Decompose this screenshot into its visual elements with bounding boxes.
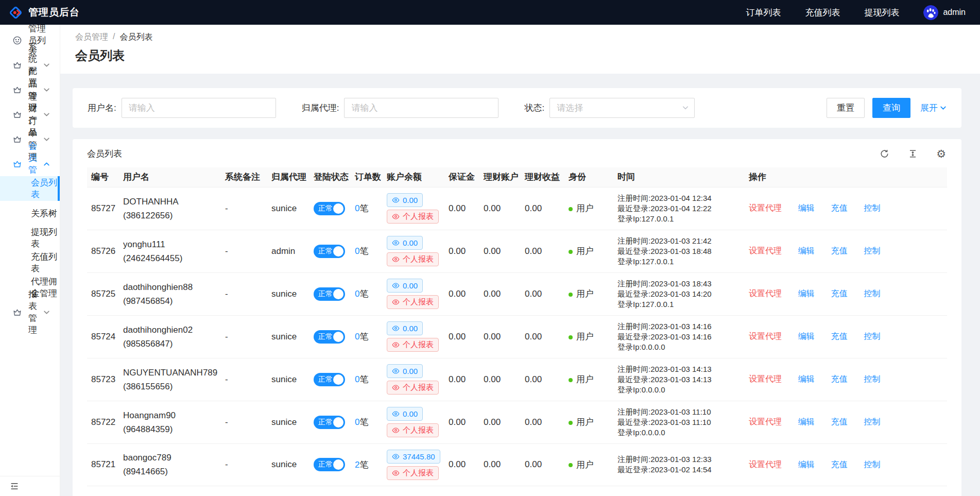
recharge-link[interactable]: 充值 — [831, 374, 847, 383]
login-status-toggle[interactable]: 正常 — [314, 373, 345, 386]
edit-link[interactable]: 编辑 — [798, 289, 815, 298]
nav-link-recharge-list[interactable]: 充值列表 — [805, 7, 840, 19]
set-agent-link[interactable]: 设置代理 — [749, 332, 782, 340]
chevron-down-icon — [940, 105, 947, 111]
personal-report-badge[interactable]: 个人报表 — [387, 381, 439, 395]
login-status-toggle[interactable]: 正常 — [314, 330, 345, 344]
edit-link[interactable]: 编辑 — [798, 460, 815, 469]
recharge-link[interactable]: 充值 — [831, 203, 847, 212]
control-link[interactable]: 控制 — [864, 460, 880, 469]
nav-link-withdraw-list[interactable]: 提现列表 — [864, 7, 899, 19]
navbar-right: 订单列表 充值列表 提现列表 admin — [721, 5, 966, 20]
table-row: 85721 baongoc789 (89414665) - sunice 正常 … — [87, 443, 947, 486]
set-agent-link[interactable]: 设置代理 — [749, 374, 782, 383]
crown-icon — [12, 159, 22, 169]
cell-deposit: 0.00 — [444, 358, 479, 401]
cell-actions: 设置代理 编辑 充值 控制 — [745, 272, 947, 315]
cell-balance: 0.00 个人报表 — [383, 187, 444, 230]
set-agent-link[interactable]: 设置代理 — [749, 246, 782, 255]
eye-icon — [392, 196, 400, 204]
cell-actions: 设置代理 编辑 充值 控制 — [745, 230, 947, 272]
sidebar-subitem-agent-commission[interactable]: 代理佣金管理 — [0, 275, 60, 300]
sidebar-subitem-member-list[interactable]: 会员列表 — [0, 176, 60, 201]
settings-gear-icon[interactable]: ⚙ — [936, 149, 946, 159]
control-link[interactable]: 控制 — [864, 417, 880, 426]
breadcrumb-parent[interactable]: 会员管理 — [75, 32, 108, 43]
sidebar-item-report-manage[interactable]: 报表管理 — [0, 300, 60, 324]
control-link[interactable]: 控制 — [864, 246, 880, 255]
set-agent-link[interactable]: 设置代理 — [749, 417, 782, 426]
cell-identity: 用户 — [564, 187, 613, 230]
cell-login-status: 正常 — [310, 272, 351, 315]
chevron-down-icon — [43, 87, 50, 93]
edit-link[interactable]: 编辑 — [798, 417, 815, 426]
cell-login-status: 正常 — [310, 315, 351, 358]
personal-report-badge[interactable]: 个人报表 — [387, 423, 439, 437]
balance-badge[interactable]: 0.00 — [387, 193, 423, 207]
personal-report-badge[interactable]: 个人报表 — [387, 338, 439, 352]
set-agent-link[interactable]: 设置代理 — [749, 289, 782, 298]
recharge-link[interactable]: 充值 — [831, 289, 847, 298]
crown-icon — [12, 110, 22, 119]
agent-filter-input[interactable] — [344, 98, 498, 118]
expand-link[interactable]: 展开 — [920, 102, 947, 114]
balance-badge[interactable]: 0.00 — [387, 407, 423, 421]
personal-report-badge[interactable]: 个人报表 — [387, 210, 439, 224]
personal-report-badge[interactable]: 个人报表 — [387, 466, 439, 480]
sidebar-subitem-relation-tree[interactable]: 关系树 — [0, 201, 60, 226]
user-menu[interactable]: admin — [923, 5, 966, 20]
cell-actions: 设置代理 编辑 充值 控制 — [745, 443, 947, 486]
cell-login-status: 正常 — [310, 358, 351, 401]
sidebar-subitem-withdraw-list[interactable]: 提现列表 — [0, 226, 60, 250]
personal-report-badge[interactable]: 个人报表 — [387, 295, 439, 309]
status-filter-select[interactable] — [549, 98, 695, 118]
balance-badge[interactable]: 0.00 — [387, 236, 423, 250]
edit-link[interactable]: 编辑 — [798, 374, 815, 383]
login-status-toggle[interactable]: 正常 — [314, 287, 345, 301]
top-navbar: 管理员后台 订单列表 充值列表 提现列表 admin — [0, 0, 980, 25]
refresh-icon[interactable] — [880, 149, 889, 159]
login-status-toggle[interactable]: 正常 — [314, 416, 345, 429]
cell-balance: 0.00 个人报表 — [383, 358, 444, 401]
set-agent-link[interactable]: 设置代理 — [749, 203, 782, 212]
row-height-icon[interactable] — [908, 149, 918, 159]
control-link[interactable]: 控制 — [864, 332, 880, 340]
reset-button[interactable]: 重置 — [827, 98, 865, 118]
cell-actions: 设置代理 编辑 充值 控制 — [745, 315, 947, 358]
sidebar-subitem-recharge-list[interactable]: 充值列表 — [0, 250, 60, 275]
balance-badge[interactable]: 0.00 — [387, 321, 423, 335]
chevron-down-icon — [43, 309, 50, 316]
recharge-link[interactable]: 充值 — [831, 460, 847, 469]
last-login-line: 最近登录:2023-01-03 18:48 — [617, 246, 741, 256]
set-agent-link[interactable]: 设置代理 — [749, 460, 782, 469]
sidebar-item-member-manage[interactable]: 会员管理 — [0, 151, 60, 176]
search-button[interactable]: 查询 — [872, 98, 910, 118]
edit-link[interactable]: 编辑 — [798, 246, 815, 255]
chevron-up-icon — [43, 161, 50, 167]
toggle-knob — [333, 246, 343, 256]
control-link[interactable]: 控制 — [864, 374, 880, 383]
balance-badge[interactable]: 0.00 — [387, 364, 423, 378]
login-status-toggle[interactable]: 正常 — [314, 202, 345, 215]
eye-icon — [392, 384, 400, 391]
balance-badge[interactable]: 37445.80 — [387, 450, 440, 464]
recharge-link[interactable]: 充值 — [831, 332, 847, 340]
nav-link-order-list[interactable]: 订单列表 — [746, 7, 781, 19]
login-status-toggle[interactable]: 正常 — [314, 245, 345, 258]
cell-agent: sunice — [267, 358, 310, 401]
edit-link[interactable]: 编辑 — [798, 332, 815, 340]
personal-report-badge[interactable]: 个人报表 — [387, 252, 439, 266]
col-header-agent: 归属代理 — [267, 167, 310, 187]
login-status-toggle[interactable]: 正常 — [314, 458, 345, 471]
balance-badge[interactable]: 0.00 — [387, 279, 423, 293]
col-header-actions: 操作 — [745, 167, 947, 187]
control-link[interactable]: 控制 — [864, 203, 880, 212]
recharge-link[interactable]: 充值 — [831, 246, 847, 255]
login-ip-line: 登录Ip:127.0.0.1 — [617, 214, 741, 224]
edit-link[interactable]: 编辑 — [798, 203, 815, 212]
control-link[interactable]: 控制 — [864, 289, 880, 298]
recharge-link[interactable]: 充值 — [831, 417, 847, 426]
collapse-sidebar-icon[interactable] — [10, 482, 19, 491]
cell-identity: 用户 — [564, 358, 613, 401]
username-filter-input[interactable] — [122, 98, 276, 118]
